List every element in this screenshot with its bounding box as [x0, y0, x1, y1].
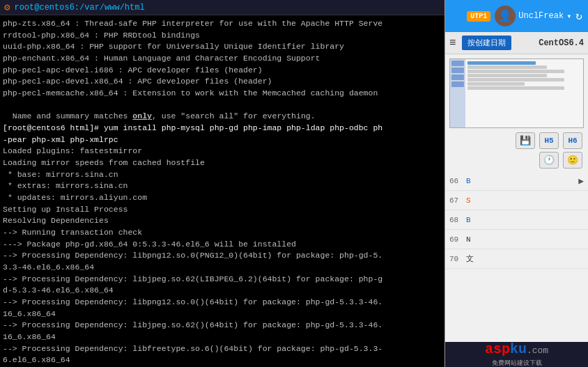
list-item[interactable]: 68 B	[445, 210, 588, 230]
preview-line	[467, 74, 547, 77]
menu-icon[interactable]: ≡	[449, 37, 456, 49]
watermark-ku: ku	[510, 341, 527, 357]
list-item-num: 67	[449, 196, 466, 205]
list-item[interactable]: 67 S	[445, 191, 588, 210]
list-item-text: 文	[466, 253, 584, 264]
watermark-com: .com	[527, 345, 548, 356]
preview-line	[467, 61, 536, 65]
list-item-icon: ▶	[578, 175, 584, 187]
list-item-num: 66	[449, 177, 466, 185]
watermark-asp: asp	[485, 341, 510, 357]
action-buttons-row1: 💾 H5 H6	[445, 132, 588, 152]
watermark-subtext: 免费网站建设下载	[492, 359, 542, 367]
items-list: 66 B ▶ 67 S 68 B 69 N 70 文	[445, 171, 588, 342]
preview-sidebar-item	[451, 68, 464, 73]
preview-line	[467, 78, 564, 81]
watermark-inner: asp ku .com 免费网站建设下载	[485, 341, 548, 367]
refresh-icon[interactable]: ↻	[575, 9, 582, 23]
list-item-text: S	[466, 196, 584, 205]
preview-line	[467, 82, 525, 86]
list-item-num: 69	[449, 235, 466, 244]
username-label: UnclFreak	[518, 11, 564, 21]
list-item[interactable]: 70 文	[445, 249, 588, 269]
preview-sidebar	[450, 59, 465, 127]
preview-content	[465, 59, 583, 127]
list-item[interactable]: 69 N	[445, 230, 588, 249]
preview-box	[449, 58, 584, 128]
list-item-text: N	[466, 235, 584, 244]
preview-line	[467, 70, 564, 73]
terminal-icon: ⚙	[4, 1, 10, 13]
toolbar-row: ≡ 按创建日期 CentOS6.4	[445, 32, 588, 54]
terminal-content: php-zts.x86_64 : Thread-safe PHP interpr…	[0, 15, 444, 367]
utp1-badge: UTP1	[467, 11, 490, 22]
preview-sidebar-item	[451, 81, 464, 87]
user-info: 👤 UnclFreak ▾	[495, 6, 571, 26]
preview-line	[467, 65, 547, 69]
terminal-title: root@centos6:/var/www/html	[14, 3, 144, 13]
h5-button[interactable]: H5	[539, 132, 559, 149]
save-button[interactable]: 💾	[516, 132, 535, 149]
h6-button[interactable]: H6	[563, 132, 582, 149]
action-buttons-row2: 🕐 🙂	[445, 152, 588, 171]
list-item-num: 68	[449, 216, 466, 224]
list-item-text: B	[466, 177, 578, 185]
preview-line	[467, 86, 564, 90]
clock-button[interactable]: 🕐	[539, 152, 559, 169]
right-topbar: UTP1 👤 UnclFreak ▾ ↻	[445, 0, 588, 32]
centos-label: CentOS6.4	[539, 38, 584, 48]
watermark: asp ku .com 免费网站建设下载	[445, 342, 588, 367]
list-item-text: B	[466, 216, 584, 224]
list-item[interactable]: 66 B ▶	[445, 171, 588, 191]
avatar: 👤	[495, 6, 516, 26]
smile-button[interactable]: 🙂	[563, 152, 582, 169]
terminal-window: ⚙ root@centos6:/var/www/html php-zts.x86…	[0, 0, 444, 367]
sort-button[interactable]: 按创建日期	[462, 36, 511, 50]
list-item-num: 70	[449, 255, 466, 263]
right-panel: UTP1 👤 UnclFreak ▾ ↻ ≡ 按创建日期 CentOS6.4	[444, 0, 588, 367]
preview-sidebar-item	[451, 75, 464, 80]
preview-sidebar-item	[451, 61, 464, 66]
dropdown-icon: ▾	[566, 11, 571, 22]
terminal-titlebar: ⚙ root@centos6:/var/www/html	[0, 0, 444, 15]
